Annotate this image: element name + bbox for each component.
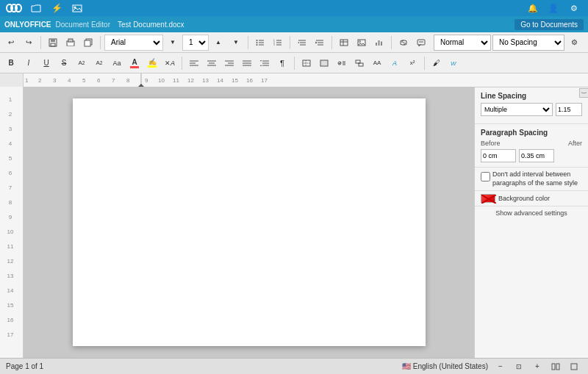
paragraph-spacing-section: Paragraph Spacing Before After xyxy=(475,124,588,168)
bold-button[interactable]: B xyxy=(3,55,19,71)
svg-text:17: 17 xyxy=(261,77,268,84)
svg-point-35 xyxy=(359,40,361,42)
subscript-button[interactable]: A2 xyxy=(91,55,107,71)
subscript2-button[interactable]: x² xyxy=(404,55,420,71)
outdent-button[interactable] xyxy=(294,35,310,51)
font-name-select[interactable]: Arial xyxy=(104,35,163,51)
line-spacing-type-select[interactable]: Multiple xyxy=(481,103,553,116)
redo-button[interactable]: ↪ xyxy=(21,35,37,51)
same-style-checkbox[interactable] xyxy=(481,172,490,181)
clear-format-button[interactable]: ✕A xyxy=(162,55,178,71)
superscript-button[interactable]: A2 xyxy=(74,55,90,71)
separator xyxy=(331,36,332,49)
paragraph-after-input[interactable] xyxy=(519,149,554,162)
hyperlink-button[interactable] xyxy=(395,35,412,51)
svg-text:17: 17 xyxy=(7,331,14,338)
color-swatch xyxy=(481,194,495,203)
svg-text:12: 12 xyxy=(7,258,14,265)
settings-icon[interactable]: ⚙ xyxy=(566,0,582,16)
font-size-select[interactable]: 11 xyxy=(182,35,209,51)
svg-rect-7 xyxy=(51,43,55,46)
font-color-button[interactable]: A xyxy=(126,55,143,71)
caps-button[interactable]: AA xyxy=(369,55,385,71)
image-icon[interactable] xyxy=(69,0,85,16)
panel-edge-tab[interactable]: ⟨ xyxy=(579,88,588,98)
language-label: English (United States) xyxy=(413,362,488,370)
svg-text:W: W xyxy=(451,60,457,67)
zoom-slider[interactable]: ⊡ xyxy=(511,359,527,375)
paragraph-style-select[interactable]: Normal xyxy=(434,35,491,51)
paragraph-mark-button[interactable]: ¶ xyxy=(274,55,290,71)
background-color-row[interactable]: Background color xyxy=(475,191,588,206)
spacing-style-select[interactable]: No Spacing xyxy=(492,35,564,51)
line-spacing-button[interactable] xyxy=(257,55,273,71)
svg-text:4: 4 xyxy=(68,77,71,84)
app-name: ONLYOFFICE xyxy=(4,21,51,29)
copy-style-button[interactable]: 🖌 xyxy=(429,55,445,71)
zoom-out-button[interactable]: − xyxy=(492,359,509,375)
separator xyxy=(100,36,101,49)
document-area[interactable] xyxy=(24,87,474,358)
svg-rect-36 xyxy=(376,43,377,46)
image-insert-button[interactable] xyxy=(354,35,370,51)
align-left-button[interactable] xyxy=(186,55,202,71)
separator xyxy=(40,36,41,49)
strikethrough-button[interactable]: S xyxy=(56,55,72,71)
underline-button[interactable]: U xyxy=(38,55,54,71)
word-art-button[interactable]: W xyxy=(446,55,462,71)
style-selectors: Normal No Spacing ⚙ xyxy=(434,35,585,51)
paragraph-before-input[interactable] xyxy=(481,149,516,162)
print-button[interactable] xyxy=(62,35,79,51)
justify-button[interactable] xyxy=(239,55,255,71)
borders-button[interactable] xyxy=(298,55,315,71)
advanced-settings-button[interactable]: Show advanced settings xyxy=(475,206,588,220)
table-insert-button[interactable] xyxy=(336,35,352,51)
bullets-button[interactable] xyxy=(252,35,268,51)
save-button[interactable] xyxy=(45,35,61,51)
app-logo xyxy=(6,3,22,13)
view-page-button[interactable] xyxy=(548,359,564,375)
undo-button[interactable]: ↩ xyxy=(3,35,19,51)
style-settings-icon[interactable]: ⚙ xyxy=(566,35,582,51)
language-flag[interactable]: 🇺🇸 English (United States) xyxy=(402,362,488,370)
folder-icon[interactable] xyxy=(28,0,44,16)
user-icon[interactable]: 👤 xyxy=(545,0,562,16)
chart-button[interactable] xyxy=(371,35,387,51)
view-controls: − ⊡ + xyxy=(492,359,582,375)
line-spacing-value-input[interactable] xyxy=(556,103,582,116)
highlight-button[interactable]: ✍ xyxy=(144,55,160,71)
after-label: After xyxy=(568,140,582,147)
indent-button[interactable] xyxy=(312,35,328,51)
fit-page-button[interactable] xyxy=(566,359,582,375)
lightning-icon[interactable]: ⚡ xyxy=(49,0,65,16)
align-center-button[interactable] xyxy=(204,55,220,71)
svg-text:6: 6 xyxy=(97,77,101,84)
case-button[interactable]: Aa xyxy=(109,55,125,71)
top-toolbar-icons: ⚡ xyxy=(28,0,85,16)
align-right-button[interactable] xyxy=(221,55,237,71)
numbering-button[interactable]: 123 xyxy=(270,35,286,51)
shading-button[interactable] xyxy=(316,55,332,71)
zoom-in-button[interactable]: + xyxy=(529,359,545,375)
italic-button[interactable]: I xyxy=(21,55,37,71)
document-page[interactable] xyxy=(73,98,426,346)
page-info: Page 1 of 1 xyxy=(6,362,43,370)
comment-button[interactable] xyxy=(413,35,429,51)
separator xyxy=(294,57,295,70)
svg-text:4: 4 xyxy=(9,140,12,147)
text-art-button[interactable]: A xyxy=(387,55,403,71)
track-changes-button[interactable] xyxy=(334,55,350,71)
bell-icon[interactable]: 🔔 xyxy=(525,0,541,16)
svg-text:6: 6 xyxy=(9,170,12,176)
copy-button[interactable] xyxy=(80,35,96,51)
named-ranges-button[interactable] xyxy=(351,55,368,71)
svg-rect-66 xyxy=(359,63,363,66)
goto-documents-button[interactable]: Go to Documents xyxy=(514,19,584,30)
font-name-dropdown[interactable]: ▼ xyxy=(165,35,181,51)
font-size-down[interactable]: ▼ xyxy=(228,35,244,51)
filename: Test Document.docx xyxy=(118,21,184,29)
font-size-up[interactable]: ▲ xyxy=(210,35,226,51)
svg-text:1: 1 xyxy=(9,96,12,103)
vertical-ruler: 1 2 3 4 5 6 7 8 9 10 11 12 13 14 15 16 1… xyxy=(0,87,24,358)
svg-point-13 xyxy=(257,40,258,41)
